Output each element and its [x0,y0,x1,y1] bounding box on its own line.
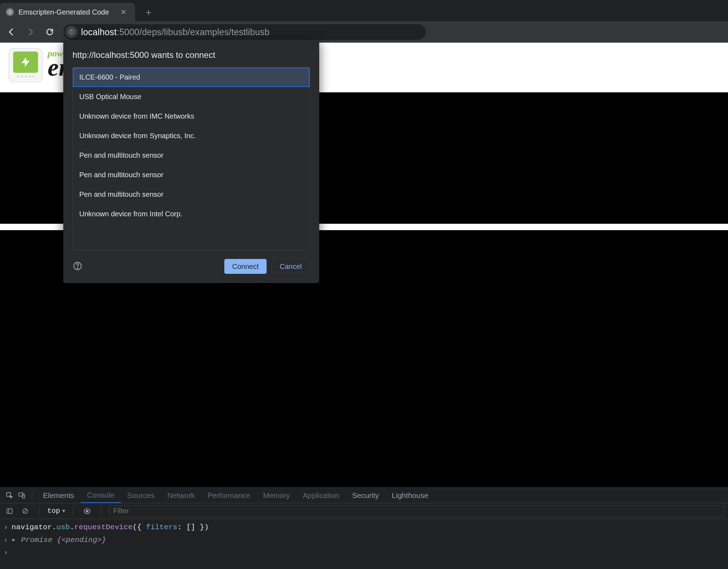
console-output-line: ‹ ▸ Promise {<pending>} [4,534,724,547]
prompt-input-icon: › [4,521,8,534]
site-info-icon[interactable] [65,26,77,38]
reload-button[interactable] [42,24,58,40]
devtools-tab-console[interactable]: Console [81,488,121,503]
console-filterbar: top ▼ [0,503,728,519]
device-option[interactable]: Unknown device from Synaptics, Inc. [73,126,310,146]
forward-button[interactable] [23,24,38,40]
devtools-tabbar: ElementsConsoleSourcesNetworkPerformance… [0,488,728,503]
url-text: localhost:5000/deps/libusb/examples/test… [81,27,269,37]
close-icon[interactable]: ✕ [118,6,129,18]
execution-context-selector[interactable]: top ▼ [47,507,65,515]
output-type: Promise [21,536,57,544]
device-option[interactable]: Unknown device from IMC Networks [73,107,310,126]
usb-device-chooser-dialog: http://localhost:5000 wants to connect I… [63,40,319,283]
new-tab-button[interactable]: ＋ [141,5,156,19]
logo-tile [9,48,43,82]
console-output[interactable]: › navigator.usb.requestDevice({ filters:… [0,519,728,569]
device-list[interactable]: ILCE-6600 - PairedUSB Optical MouseUnkno… [73,67,310,250]
cancel-button[interactable]: Cancel [272,259,310,274]
dialog-title: http://localhost:5000 wants to connect [63,40,319,67]
inspect-element-icon[interactable] [4,489,16,502]
browser-tabstrip: Emscripten-Generated Code ✕ ＋ [0,0,728,21]
devtools-panel: ElementsConsoleSourcesNetworkPerformance… [0,487,728,569]
device-option[interactable]: USB Optical Mouse [73,87,310,107]
url-host: localhost [81,27,117,37]
globe-icon [6,8,14,16]
output-state: {<pending>} [57,536,106,544]
devtools-tab-memory[interactable]: Memory [257,488,296,503]
browser-tab[interactable]: Emscripten-Generated Code ✕ [0,3,135,21]
device-option[interactable]: ILCE-6600 - Paired [73,67,310,87]
back-button[interactable] [4,24,19,40]
devtools-tab-performance[interactable]: Performance [201,488,257,503]
console-sidebar-toggle-icon[interactable] [4,505,16,517]
help-icon[interactable] [73,261,83,272]
svg-rect-10 [7,509,12,513]
device-option[interactable]: Pen and multitouch sensor [73,165,310,185]
devtools-tab-network[interactable]: Network [161,488,201,503]
devtools-tab-security[interactable]: Security [346,488,385,503]
console-filter-input[interactable] [109,505,724,517]
devtools-tab-lighthouse[interactable]: Lighthouse [385,488,435,503]
emscripten-logo: pow en [9,48,73,82]
svg-point-6 [77,268,78,269]
url-path: /deps/libusb/examples/testlibusb [139,27,269,37]
tab-title: Emscripten-Generated Code [18,8,109,16]
prompt-output-icon: ‹ [4,534,8,547]
live-expression-icon[interactable] [81,505,93,517]
prompt-ready-icon: › [4,546,8,559]
devtools-tab-sources[interactable]: Sources [121,488,161,503]
device-option[interactable]: Unknown device from Intel Corp. [73,204,310,224]
browser-toolbar: localhost:5000/deps/libusb/examples/test… [0,21,728,43]
device-option[interactable]: Pen and multitouch sensor [73,185,310,204]
console-input-line: › navigator.usb.requestDevice({ filters:… [4,521,724,534]
expand-icon[interactable]: ▸ [12,534,18,547]
devtools-tab-application[interactable]: Application [296,488,346,503]
address-bar[interactable]: localhost:5000/deps/libusb/examples/test… [63,24,426,40]
bolt-icon [13,52,38,73]
svg-marker-4 [22,57,30,67]
devtools-tab-elements[interactable]: Elements [37,488,81,503]
device-option[interactable]: Pen and multitouch sensor [73,146,310,165]
svg-point-3 [71,31,72,31]
clear-console-icon[interactable] [19,505,31,517]
svg-line-13 [23,509,27,513]
chevron-down-icon: ▼ [62,508,65,514]
console-prompt-line[interactable]: › [4,546,724,559]
svg-point-14 [86,510,89,512]
url-port: :5000 [117,27,139,37]
console-code: navigator.usb.requestDevice({ filters: [… [12,521,209,534]
device-toolbar-icon[interactable] [16,489,28,502]
context-label: top [47,507,60,515]
connect-button[interactable]: Connect [224,259,267,274]
